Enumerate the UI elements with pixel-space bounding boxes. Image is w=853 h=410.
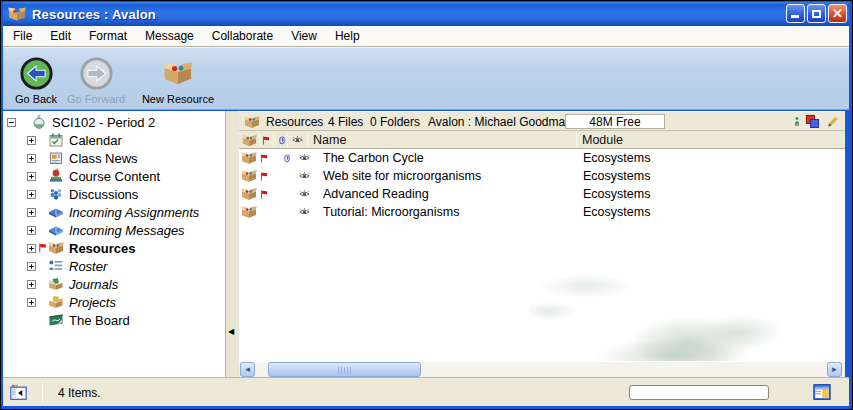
- sidebar-item-label: Incoming Assignments: [69, 205, 199, 220]
- sidebar-item-discussions[interactable]: Discussions: [3, 185, 225, 203]
- tree-expander-minus[interactable]: [7, 118, 16, 127]
- sidebar-item-calendar[interactable]: Calendar: [3, 131, 225, 149]
- sidebar-item-incoming-messages[interactable]: Incoming Messages: [3, 221, 225, 239]
- sidebar-item-journals[interactable]: Journals: [3, 275, 225, 293]
- flag-icon: [259, 185, 269, 203]
- sidebar-item-roster[interactable]: Roster: [3, 257, 225, 275]
- minimize-button[interactable]: [786, 4, 805, 23]
- tree-expander-plus[interactable]: [27, 154, 36, 163]
- tree-expander-plus[interactable]: [27, 244, 36, 253]
- sidebar-item-resources[interactable]: Resources: [3, 239, 225, 257]
- person-icon[interactable]: [791, 112, 803, 131]
- items-count: 4 Items.: [58, 386, 101, 400]
- sidebar-item-class-news[interactable]: Class News: [3, 149, 225, 167]
- resource-item-icon: [241, 203, 257, 221]
- table-row[interactable]: Tutorial: MicroorganismsEcosystems: [239, 203, 845, 221]
- layers-icon[interactable]: [805, 112, 820, 131]
- tree-expander-plus[interactable]: [27, 226, 36, 235]
- tree-expander-plus[interactable]: [27, 280, 36, 289]
- split-view-icon[interactable]: [10, 384, 27, 401]
- close-button[interactable]: ✕: [828, 4, 847, 23]
- panel-splitter[interactable]: ◀: [225, 111, 239, 377]
- sidebar-item-label: Course Content: [69, 169, 160, 184]
- go-forward-icon: [80, 54, 113, 92]
- name-column-header[interactable]: Name: [313, 131, 346, 149]
- tree-expander-plus[interactable]: [27, 262, 36, 271]
- content-icon: [48, 168, 64, 184]
- panel-info-header: Resources 4 Files 0 Folders Avalon : Mic…: [239, 112, 845, 131]
- resource-name: The Carbon Cycle: [323, 149, 424, 167]
- sidebar-tree: SCI102 - Period 2CalendarClass NewsCours…: [3, 111, 225, 377]
- tree-expander-plus[interactable]: [27, 190, 36, 199]
- sidebar-item-course-content[interactable]: Course Content: [3, 167, 225, 185]
- item-type-column-icon[interactable]: [242, 131, 257, 149]
- resource-module: Ecosystems: [583, 203, 650, 221]
- sidebar-item-sci102-period-2[interactable]: SCI102 - Period 2: [3, 113, 225, 131]
- menu-format[interactable]: Format: [80, 26, 136, 46]
- scroll-left-button[interactable]: ◄: [240, 362, 255, 377]
- tree-expander-plus[interactable]: [27, 136, 36, 145]
- menu-file[interactable]: File: [4, 26, 41, 46]
- go-back-icon: [20, 54, 53, 92]
- menu-view[interactable]: View: [282, 26, 326, 46]
- go-forward-button[interactable]: Go Forward: [63, 54, 129, 105]
- sidebar-item-label: Incoming Messages: [69, 223, 185, 238]
- status-field: [629, 385, 769, 400]
- menu-help[interactable]: Help: [326, 26, 369, 46]
- menu-message[interactable]: Message: [136, 26, 203, 46]
- maximize-button[interactable]: [807, 4, 826, 23]
- pencil-icon[interactable]: [826, 112, 839, 131]
- sidebar-item-the-board[interactable]: The Board: [3, 311, 225, 329]
- messages-icon: [48, 222, 64, 238]
- titlebar[interactable]: Resources : Avalon ✕: [3, 2, 849, 26]
- toolbar-button-label: New Resource: [142, 93, 214, 105]
- projects-icon: [48, 294, 64, 310]
- resource-module: Ecosystems: [583, 185, 650, 203]
- files-count: 4 Files: [328, 112, 363, 131]
- sidebar-item-label: Roster: [69, 259, 107, 274]
- file-list-panel: Resources 4 Files 0 Folders Avalon : Mic…: [239, 111, 845, 377]
- attachment-column-icon[interactable]: [276, 131, 287, 149]
- file-rows: The Carbon CycleEcosystemsWeb site for m…: [239, 149, 845, 221]
- new-resource-icon: [162, 54, 194, 92]
- column-header: Name Module: [239, 131, 845, 149]
- table-row[interactable]: The Carbon CycleEcosystems: [239, 149, 845, 167]
- toolbar-button-label: Go Back: [15, 93, 57, 105]
- menu-edit[interactable]: Edit: [41, 26, 80, 46]
- free-space-indicator: 48M Free: [565, 114, 665, 129]
- module-column-header[interactable]: Module: [582, 131, 623, 149]
- window-title: Resources : Avalon: [32, 7, 156, 22]
- assignments-icon: [48, 204, 64, 220]
- statusbar-divider: [42, 382, 43, 402]
- scroll-right-button[interactable]: ►: [827, 362, 842, 377]
- window-layout-icon[interactable]: [813, 383, 831, 401]
- sidebar-item-incoming-assignments[interactable]: Incoming Assignments: [3, 203, 225, 221]
- flag-icon: [37, 241, 48, 255]
- go-back-button[interactable]: Go Back: [9, 54, 63, 105]
- flag-icon: [259, 167, 269, 185]
- scrollbar-thumb[interactable]: [268, 362, 421, 377]
- sidebar-item-label: Class News: [69, 151, 138, 166]
- new-resource-button[interactable]: New Resource: [135, 54, 221, 105]
- panel-title: Resources: [266, 112, 323, 131]
- resources-icon: [48, 240, 64, 256]
- statusbar: 4 Items.: [3, 377, 849, 406]
- tree-expander-plus[interactable]: [27, 298, 36, 307]
- collapse-arrow-icon[interactable]: ◀: [228, 327, 234, 336]
- sidebar-item-label: Projects: [69, 295, 116, 310]
- calendar-icon: [48, 132, 64, 148]
- journals-icon: [48, 276, 64, 292]
- menu-collaborate[interactable]: Collaborate: [203, 26, 282, 46]
- table-row[interactable]: Advanced ReadingEcosystems: [239, 185, 845, 203]
- table-row[interactable]: Web site for microorganismsEcosystems: [239, 167, 845, 185]
- resource-item-icon: [241, 149, 257, 167]
- sidebar-item-projects[interactable]: Projects: [3, 293, 225, 311]
- horizontal-scrollbar[interactable]: ◄ ►: [239, 362, 845, 377]
- flag-column-icon[interactable]: [261, 131, 271, 149]
- tree-expander-plus[interactable]: [27, 172, 36, 181]
- sidebar-item-label: Journals: [69, 277, 118, 292]
- tree-expander-plus[interactable]: [27, 208, 36, 217]
- viewed-column-icon[interactable]: [290, 131, 305, 149]
- menubar: FileEditFormatMessageCollaborateViewHelp: [3, 26, 849, 47]
- sidebar-item-label: SCI102 - Period 2: [52, 115, 155, 130]
